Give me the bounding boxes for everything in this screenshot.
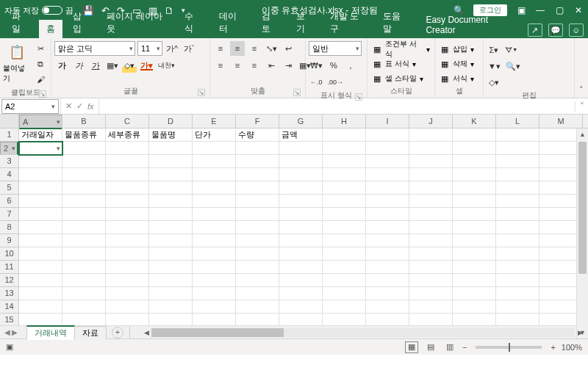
- cell[interactable]: 금액: [279, 128, 323, 142]
- sheet-tab-active[interactable]: 거래내역: [26, 325, 75, 340]
- row-header[interactable]: 14: [0, 300, 18, 314]
- cell[interactable]: [366, 181, 409, 195]
- cell[interactable]: [149, 261, 193, 274]
- cell[interactable]: 세부종류: [106, 128, 149, 142]
- cell[interactable]: [193, 274, 236, 287]
- cell[interactable]: [366, 155, 409, 168]
- cell[interactable]: [106, 234, 149, 247]
- cell[interactable]: [323, 142, 366, 155]
- scroll-up-icon[interactable]: ▲: [577, 128, 588, 140]
- cell[interactable]: [62, 142, 106, 155]
- cell[interactable]: [19, 195, 62, 208]
- row-header[interactable]: 15: [0, 314, 18, 325]
- cell[interactable]: [496, 195, 539, 208]
- cell[interactable]: [323, 247, 366, 261]
- row-header[interactable]: 9: [0, 234, 18, 247]
- cell[interactable]: [236, 168, 279, 181]
- row-header[interactable]: 12: [0, 274, 18, 287]
- cell[interactable]: [453, 221, 496, 234]
- cell[interactable]: [149, 195, 193, 208]
- shrink-font-icon[interactable]: 가ˇ: [182, 41, 196, 56]
- cell[interactable]: [496, 247, 539, 261]
- cell[interactable]: [236, 261, 279, 274]
- cell[interactable]: [279, 274, 323, 287]
- cell[interactable]: [366, 142, 409, 155]
- cell[interactable]: [106, 142, 149, 155]
- cell[interactable]: [409, 300, 453, 314]
- share-icon[interactable]: ↗: [528, 23, 542, 37]
- font-size-select[interactable]: 11: [137, 41, 162, 56]
- cancel-icon[interactable]: ✕: [65, 101, 72, 111]
- cell[interactable]: [453, 142, 496, 155]
- column-header[interactable]: C: [106, 115, 149, 128]
- cell[interactable]: [19, 234, 62, 247]
- row-header[interactable]: 13: [0, 287, 18, 300]
- align-right-icon[interactable]: ≡: [247, 58, 262, 73]
- cell[interactable]: [106, 314, 149, 325]
- cell[interactable]: [236, 155, 279, 168]
- cell[interactable]: [453, 155, 496, 168]
- cell[interactable]: [323, 261, 366, 274]
- cell[interactable]: [149, 274, 193, 287]
- cell[interactable]: [106, 208, 149, 221]
- cell[interactable]: [193, 181, 236, 195]
- sheet-tab[interactable]: 자료: [74, 326, 107, 339]
- cell[interactable]: [193, 155, 236, 168]
- cell[interactable]: [149, 247, 193, 261]
- scroll-thumb[interactable]: [578, 142, 587, 274]
- row-header[interactable]: 4: [0, 168, 18, 181]
- tab-edc[interactable]: Easy Document Creator: [418, 12, 522, 38]
- cell[interactable]: [323, 128, 366, 142]
- cell[interactable]: [409, 247, 453, 261]
- scroll-thumb[interactable]: [151, 328, 284, 337]
- cell[interactable]: [19, 142, 62, 155]
- cell[interactable]: [193, 142, 236, 155]
- cell[interactable]: [279, 300, 323, 314]
- cell[interactable]: [496, 300, 539, 314]
- dialog-launcher-icon[interactable]: ↘: [355, 93, 362, 101]
- cell[interactable]: [106, 247, 149, 261]
- cell[interactable]: [279, 181, 323, 195]
- cell[interactable]: [279, 234, 323, 247]
- cell[interactable]: [19, 208, 62, 221]
- cell[interactable]: [236, 221, 279, 234]
- cell[interactable]: [193, 314, 236, 325]
- cell[interactable]: [496, 155, 539, 168]
- indent-inc-icon[interactable]: ⇥: [281, 58, 295, 73]
- cell[interactable]: [62, 300, 106, 314]
- cell[interactable]: [323, 274, 366, 287]
- cell[interactable]: [19, 181, 62, 195]
- cell[interactable]: [496, 274, 539, 287]
- cell[interactable]: [496, 128, 539, 142]
- cell[interactable]: [279, 155, 323, 168]
- cell[interactable]: [323, 155, 366, 168]
- cell[interactable]: [366, 247, 409, 261]
- cell[interactable]: [366, 128, 409, 142]
- bold-button[interactable]: 가: [54, 58, 69, 73]
- smiley-icon[interactable]: ☺: [569, 23, 584, 37]
- cell[interactable]: [106, 261, 149, 274]
- cell[interactable]: [236, 208, 279, 221]
- cell[interactable]: [149, 142, 193, 155]
- cell[interactable]: [193, 208, 236, 221]
- row-header[interactable]: 3: [0, 155, 18, 168]
- horizontal-scrollbar[interactable]: ◀ ▶: [141, 327, 585, 338]
- cell[interactable]: [453, 128, 496, 142]
- sort-filter-icon[interactable]: ᗊ▾: [503, 43, 519, 57]
- cell[interactable]: [409, 128, 453, 142]
- cell[interactable]: [409, 168, 453, 181]
- zoom-level[interactable]: 100%: [562, 343, 582, 352]
- conditional-format-button[interactable]: ▦조건부 서식▾: [370, 43, 431, 56]
- cell[interactable]: 물품종류: [62, 128, 106, 142]
- tab-help[interactable]: 도움말: [376, 7, 415, 38]
- cell[interactable]: [193, 168, 236, 181]
- column-header[interactable]: M: [539, 115, 583, 128]
- cell[interactable]: [496, 181, 539, 195]
- row-header[interactable]: 5: [0, 181, 18, 195]
- cell[interactable]: [409, 314, 453, 325]
- border-icon[interactable]: ▦▾: [105, 58, 120, 73]
- tab-file[interactable]: 파일: [4, 7, 36, 38]
- row-header[interactable]: 10: [0, 247, 18, 261]
- cell[interactable]: [236, 181, 279, 195]
- cell[interactable]: [106, 221, 149, 234]
